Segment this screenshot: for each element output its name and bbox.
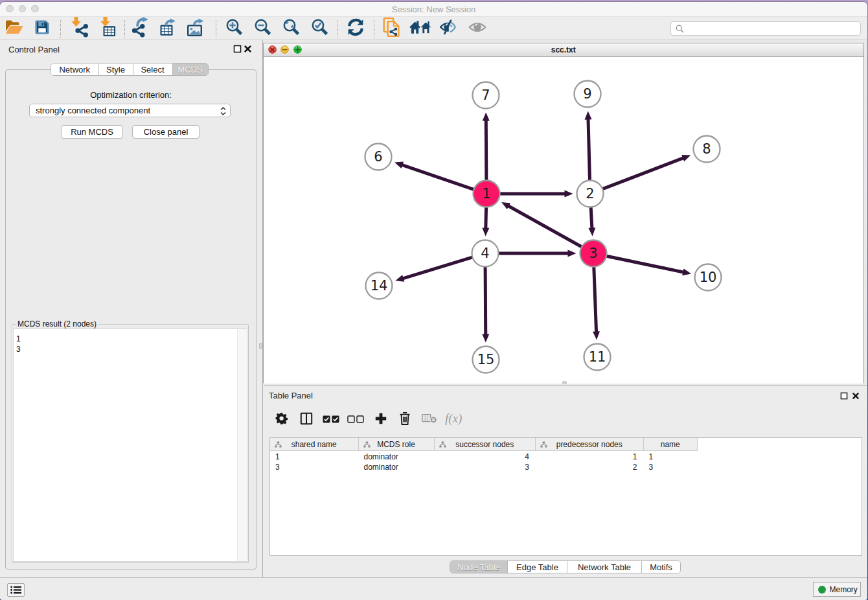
graph-node-label: 6 (374, 149, 382, 165)
status-bar: Memory (0, 577, 867, 600)
mcds-result-box[interactable]: 13 (13, 329, 247, 562)
graph-node-4[interactable]: 4 (472, 240, 498, 266)
graph-node-8[interactable]: 8 (693, 135, 720, 162)
split-table-icon[interactable] (301, 413, 313, 428)
graph-edge-1-6[interactable] (401, 165, 475, 190)
zoom-out-icon[interactable] (255, 18, 272, 38)
app-window: Session: New Session Control Panel (0, 2, 867, 600)
table-tab-node-table[interactable]: Node Table (450, 561, 507, 573)
graph-node-6[interactable]: 6 (365, 143, 391, 170)
optimization-label: Optimization criterion: (6, 90, 256, 100)
control-tab-network[interactable]: Network (51, 63, 98, 75)
column-header-successor-nodes[interactable]: successor nodes (435, 438, 536, 450)
optimization-select[interactable]: strongly connected component (29, 104, 231, 117)
graph-edge-3-11[interactable] (593, 265, 596, 332)
mcds-result-line: 1 (14, 334, 247, 344)
control-tab-mcds[interactable]: MCDS (172, 63, 208, 75)
column-header-MCDS-role[interactable]: MCDS role (359, 438, 435, 450)
delete-table-icon[interactable] (422, 414, 437, 426)
graph-arrowhead (482, 227, 489, 236)
network-canvas[interactable]: 1234678910111415 (264, 57, 864, 384)
float-table-panel-icon[interactable] (840, 391, 849, 400)
graph-node-14[interactable]: 14 (365, 272, 392, 299)
graph-node-2[interactable]: 2 (577, 180, 603, 207)
network-desktop: scc.txt 1234678910111415 Table Panel (264, 40, 867, 577)
graph-edge-1-7[interactable] (486, 119, 486, 181)
close-panel-icon[interactable] (244, 44, 253, 53)
task-history-button[interactable] (7, 583, 25, 597)
main-toolbar (0, 16, 867, 40)
graph-node-9[interactable]: 9 (574, 80, 600, 107)
open-folder-icon[interactable] (5, 19, 23, 37)
graph-edge-3-1[interactable] (507, 205, 582, 248)
main-area: Control Panel NetworkStyleSelectMCDS Opt… (0, 40, 867, 577)
table-row[interactable]: 3dominator323 (270, 462, 862, 472)
graph-edge-2-9[interactable] (588, 118, 589, 181)
apply-function-icon[interactable]: f(x) (444, 412, 466, 428)
graph-node-15[interactable]: 15 (472, 346, 499, 373)
graph-node-10[interactable]: 10 (694, 264, 721, 290)
control-tab-style[interactable]: Style (98, 63, 133, 75)
refresh-icon[interactable] (347, 18, 365, 39)
control-panel-tabs: NetworkStyleSelectMCDS (51, 63, 209, 76)
table-tab-network-table[interactable]: Network Table (567, 561, 641, 573)
graph-node-label: 7 (481, 87, 490, 103)
memory-status-icon (818, 586, 826, 594)
column-settings-icon[interactable] (276, 413, 288, 428)
home-layout-icon[interactable] (409, 19, 431, 38)
graph-arrowhead (482, 112, 489, 121)
column-header-shared-name[interactable]: shared name (270, 438, 359, 450)
float-panel-icon[interactable] (233, 44, 242, 53)
save-session-icon[interactable] (34, 19, 51, 38)
import-table-icon[interactable] (98, 17, 117, 40)
table-cell: 1 (536, 452, 637, 462)
hide-details-icon[interactable] (440, 19, 457, 37)
import-network-icon[interactable] (69, 17, 89, 40)
graph-node-3[interactable]: 3 (580, 240, 606, 266)
graph-node-1[interactable]: 1 (473, 180, 499, 207)
search-input[interactable] (687, 23, 856, 34)
export-image-icon[interactable] (187, 17, 208, 40)
mcds-panel: Optimization criterion: strongly connect… (5, 69, 257, 570)
export-table-icon[interactable] (160, 17, 180, 40)
run-mcds-button[interactable]: Run MCDS (61, 125, 123, 139)
table-splitter-handle[interactable] (562, 381, 567, 384)
close-table-panel-icon[interactable] (852, 391, 861, 400)
show-details-icon[interactable] (469, 21, 486, 36)
table-row[interactable]: 1dominator411 (270, 452, 862, 462)
delete-column-icon[interactable] (400, 412, 411, 428)
graph-edge-4-15[interactable] (485, 265, 486, 335)
result-scrollbar[interactable] (237, 329, 247, 561)
control-panel: Control Panel NetworkStyleSelectMCDS Opt… (0, 40, 260, 577)
graph-edge-2-8[interactable] (601, 157, 684, 189)
graph-edge-2-3[interactable] (591, 205, 592, 229)
toolbar-separator (216, 20, 216, 38)
table-cell: dominator (364, 452, 429, 462)
select-arrows-icon (220, 107, 226, 115)
column-header-name[interactable]: name (644, 438, 698, 450)
control-tab-select[interactable]: Select (133, 63, 172, 75)
graph-node-7[interactable]: 7 (472, 82, 499, 108)
column-header-label: successor nodes (455, 440, 514, 449)
close-panel-button[interactable]: Close panel (132, 125, 200, 139)
search-box[interactable] (670, 21, 861, 36)
zoom-selected-icon[interactable] (312, 18, 329, 38)
graph-edge-1-4[interactable] (485, 205, 486, 229)
zoom-in-icon[interactable] (226, 18, 244, 38)
splitter-handle[interactable] (259, 343, 262, 349)
network-window-titlebar[interactable]: scc.txt (264, 43, 864, 57)
table-tab-edge-table[interactable]: Edge Table (507, 561, 567, 573)
zoom-fit-icon[interactable] (283, 18, 301, 38)
deselect-all-icon[interactable] (347, 414, 364, 426)
graph-node-11[interactable]: 11 (584, 343, 610, 370)
column-header-predecessor-nodes[interactable]: predecessor nodes (536, 438, 644, 450)
graph-edge-3-10[interactable] (605, 255, 684, 272)
graph-node-label: 1 (482, 186, 490, 202)
table-tab-motifs[interactable]: Motifs (641, 561, 680, 573)
memory-button[interactable]: Memory (813, 582, 861, 597)
clone-network-icon[interactable] (383, 17, 402, 40)
add-column-icon[interactable] (375, 413, 387, 427)
export-network-icon[interactable] (132, 17, 152, 40)
graph-edge-4-14[interactable] (402, 257, 473, 279)
select-all-icon[interactable] (323, 414, 339, 426)
